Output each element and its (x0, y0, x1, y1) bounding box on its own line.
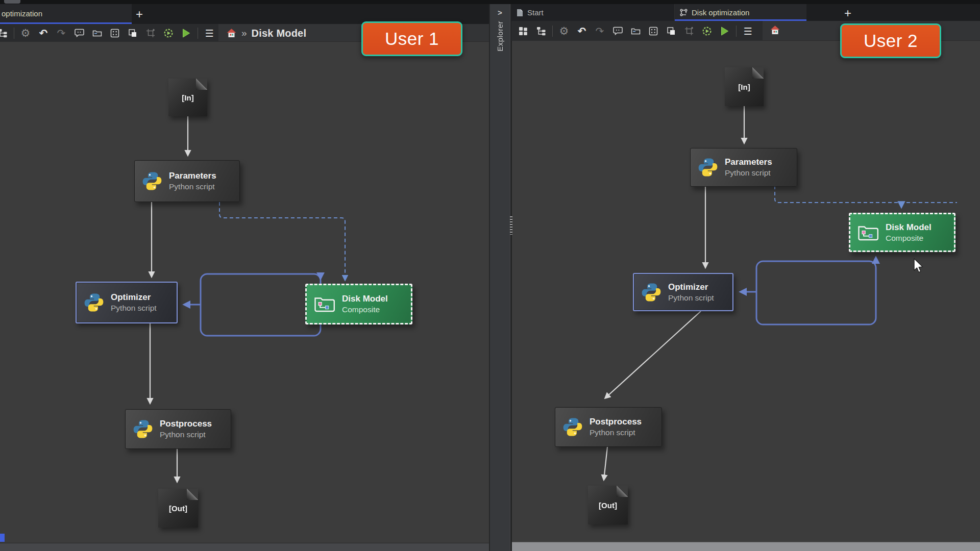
node-subtitle: Composite (886, 233, 932, 243)
user2-badge: User 2 (840, 23, 941, 58)
workflow-icon (680, 9, 688, 16)
run-settings-icon[interactable] (162, 26, 175, 40)
toolbar-separator (552, 26, 553, 37)
menu-icon[interactable]: ☰ (203, 26, 216, 40)
application-window: optimization + ⚙ ↶ ↷ ☰ » Disk Model User… (0, 0, 980, 551)
node-disk-model[interactable]: Disk Model Composite (305, 284, 412, 324)
node-disk-model[interactable]: Disk Model Composite (849, 213, 955, 252)
menu-icon[interactable]: ☰ (741, 24, 754, 38)
node-in-label: [In] (738, 83, 750, 91)
node-subtitle: Python script (668, 293, 714, 303)
python-icon (562, 417, 583, 437)
run-settings-icon[interactable] (700, 24, 714, 38)
node-postprocess[interactable]: Postprocess Python script (125, 409, 231, 449)
toolbar-separator (198, 28, 198, 39)
node-title: Optimizer (668, 282, 714, 292)
redo-icon[interactable]: ↷ (55, 26, 68, 40)
undo-icon[interactable]: ↶ (575, 24, 589, 38)
node-out[interactable]: [Out] (588, 486, 628, 524)
node-in[interactable]: [In] (168, 79, 207, 116)
node-out-label: [Out] (599, 501, 617, 510)
expand-chevron-icon[interactable]: > (490, 8, 510, 17)
new-tab-button[interactable]: + (844, 7, 851, 19)
python-icon (133, 419, 153, 439)
add-frame-icon[interactable] (682, 24, 696, 38)
window-drag-handle (4, 0, 20, 4)
python-icon (142, 171, 162, 191)
breadcrumb: » Disk Model (226, 26, 306, 41)
tab-disk-optimization[interactable]: Disk optimization (675, 4, 806, 21)
node-optimizer[interactable]: Optimizer Python script (76, 282, 178, 323)
python-icon (698, 157, 718, 178)
left-toolbar: ⚙ ↶ ↷ ☰ (0, 24, 218, 42)
node-title: Disk Model (886, 222, 932, 233)
toolbar-separator (14, 28, 14, 39)
redo-icon[interactable]: ↷ (593, 24, 606, 38)
node-postprocess[interactable]: Postprocess Python script (555, 407, 662, 447)
right-tab-bar: Start Disk optimization (511, 4, 980, 21)
composite-folder-icon (857, 224, 879, 241)
grid-view-icon[interactable] (108, 26, 121, 40)
breadcrumb-title[interactable]: Disk Model (252, 28, 307, 39)
duplicate-icon[interactable] (126, 26, 139, 40)
run-icon[interactable] (180, 26, 193, 40)
workflow-tree-icon[interactable] (534, 24, 548, 38)
home-icon[interactable] (770, 25, 780, 35)
toolbar-separator (736, 26, 737, 37)
dashboard-icon[interactable] (517, 24, 530, 38)
node-title: Parameters (725, 157, 772, 167)
tab-start[interactable]: Start (511, 4, 675, 21)
left-bottom-strip (0, 543, 489, 551)
node-parameters[interactable]: Parameters Python script (134, 160, 240, 202)
python-icon (84, 292, 104, 313)
undo-icon[interactable]: ↶ (37, 26, 50, 40)
node-out-label: [Out] (169, 504, 187, 513)
breadcrumb-separator: » (241, 28, 247, 39)
selection-fragment (0, 534, 5, 542)
settings-gear-icon[interactable]: ⚙ (19, 26, 32, 40)
node-subtitle: Python script (111, 303, 157, 313)
node-out[interactable]: [Out] (158, 489, 198, 528)
home-icon[interactable] (226, 28, 237, 38)
grid-view-icon[interactable] (647, 24, 660, 38)
run-icon[interactable] (718, 24, 731, 38)
comment-icon[interactable] (611, 24, 624, 38)
tab-label: optimization (2, 9, 42, 18)
composite-folder-icon (314, 295, 335, 313)
user1-badge: User 1 (361, 21, 462, 56)
add-frame-icon[interactable] (144, 26, 157, 40)
splitter-grip[interactable] (510, 216, 512, 235)
document-icon (517, 9, 523, 17)
node-in-label: [In] (182, 93, 193, 102)
window-top-bar (0, 0, 980, 4)
explorer-strip[interactable]: > Explorer (489, 4, 510, 551)
tab-label: Disk optimization (692, 8, 749, 17)
node-title: Parameters (169, 170, 216, 181)
node-in[interactable]: [In] (725, 67, 764, 106)
mouse-cursor (913, 258, 924, 273)
duplicate-icon[interactable] (665, 24, 678, 38)
node-subtitle: Python script (725, 168, 772, 178)
node-title: Optimizer (111, 292, 157, 303)
node-parameters[interactable]: Parameters Python script (690, 148, 797, 187)
node-subtitle: Python script (590, 428, 642, 437)
open-folder-icon[interactable] (629, 24, 642, 38)
node-title: Postprocess (160, 418, 212, 429)
settings-gear-icon[interactable]: ⚙ (557, 24, 571, 38)
panel-divider (510, 4, 512, 551)
node-optimizer[interactable]: Optimizer Python script (633, 273, 733, 311)
node-subtitle: Python script (169, 182, 216, 191)
left-workflow-connections (0, 0, 489, 551)
open-folder-icon[interactable] (90, 26, 104, 40)
right-toolbar: ⚙ ↶ ↷ ☰ (511, 21, 763, 41)
right-bottom-strip (512, 542, 980, 551)
workflow-tree-icon[interactable] (0, 26, 9, 40)
new-tab-button[interactable]: + (136, 8, 143, 20)
explorer-label: Explorer (496, 21, 504, 52)
node-title: Disk Model (342, 293, 388, 304)
tab-label: Start (527, 8, 544, 17)
python-icon (641, 282, 662, 303)
tab-disk-optimization-left[interactable]: optimization (0, 4, 132, 22)
comment-icon[interactable] (72, 26, 86, 40)
node-title: Postprocess (590, 416, 642, 427)
